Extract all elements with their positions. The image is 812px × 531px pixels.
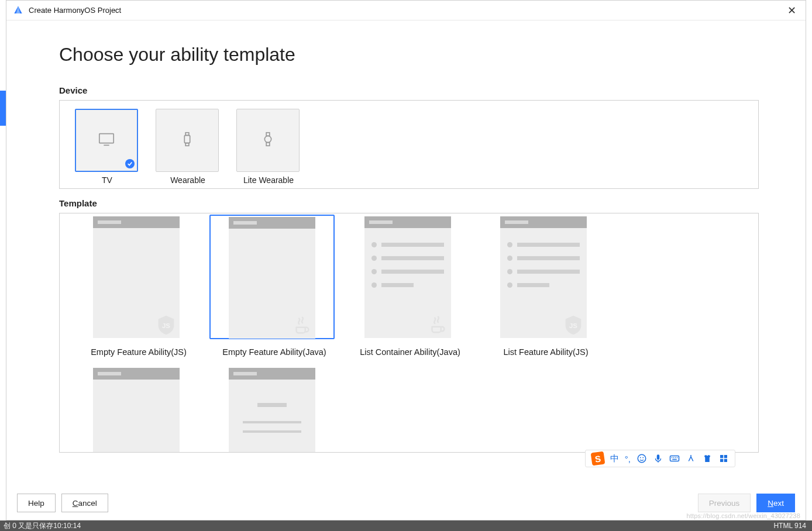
device-lite-wearable[interactable]: Lite Wearable bbox=[236, 109, 301, 185]
template-label: List Container Ability(Java) bbox=[345, 347, 475, 357]
lite-watch-icon bbox=[259, 130, 277, 150]
svg-rect-3 bbox=[185, 133, 189, 136]
previous-button: Previous bbox=[698, 494, 751, 512]
svg-rect-7 bbox=[266, 143, 270, 146]
watch-icon bbox=[178, 130, 196, 150]
svg-point-12 bbox=[642, 457, 644, 458]
cancel-button[interactable]: Cancel bbox=[61, 494, 108, 512]
svg-rect-15 bbox=[672, 457, 673, 458]
window-title: Create HarmonyOS Project bbox=[29, 6, 121, 15]
template-label: Empty Feature Ability(Java) bbox=[209, 347, 339, 357]
ime-emoji-icon[interactable] bbox=[636, 453, 647, 464]
template-grid[interactable]: JS Empty Feature Ability(JS) Empty Featu… bbox=[60, 213, 758, 452]
device-panel: TV Wearable Lite Wearable bbox=[59, 100, 759, 189]
svg-text:JS: JS bbox=[569, 322, 577, 329]
java-badge-icon bbox=[291, 314, 313, 336]
template-label: List Feature Ability(JS) bbox=[481, 347, 611, 357]
svg-point-5 bbox=[264, 136, 271, 142]
template-list-feature-js[interactable]: JS List Feature Ability(JS) bbox=[481, 215, 611, 357]
template-split-panel-java[interactable]: Split Panel Ability(Java) bbox=[74, 366, 204, 452]
svg-rect-2 bbox=[184, 135, 190, 143]
ime-grid-icon[interactable] bbox=[718, 453, 729, 464]
template-label: Empty Feature Ability(JS) bbox=[74, 347, 204, 357]
device-section-label: Device bbox=[59, 85, 759, 95]
svg-rect-19 bbox=[672, 459, 677, 460]
svg-point-11 bbox=[640, 457, 641, 458]
dialog-window: Create HarmonyOS Project ✕ Choose your a… bbox=[6, 0, 806, 520]
template-list-container-java[interactable]: List Container Ability(Java) bbox=[345, 215, 475, 357]
svg-rect-23 bbox=[724, 459, 727, 462]
svg-rect-14 bbox=[670, 456, 679, 461]
svg-rect-22 bbox=[720, 459, 723, 462]
svg-point-10 bbox=[638, 454, 646, 463]
sogou-icon[interactable]: S bbox=[590, 451, 605, 466]
device-label: TV bbox=[75, 175, 139, 185]
left-accent-strip bbox=[0, 91, 6, 126]
device-wearable[interactable]: Wearable bbox=[156, 109, 220, 185]
check-icon bbox=[125, 159, 135, 168]
ime-lang[interactable]: 中 bbox=[610, 453, 619, 464]
content-area: Choose your ability template Device TV bbox=[6, 20, 806, 486]
svg-text:JS: JS bbox=[162, 322, 170, 329]
app-logo-icon bbox=[12, 5, 24, 16]
ime-skin-icon[interactable] bbox=[702, 453, 713, 464]
ime-keyboard-icon[interactable] bbox=[669, 453, 680, 464]
watermark-text: https://blog.csdn.net/weixin_43027238 bbox=[686, 512, 800, 519]
ime-punct-icon[interactable]: °, bbox=[625, 454, 631, 464]
svg-rect-6 bbox=[266, 133, 270, 136]
svg-rect-18 bbox=[677, 457, 678, 458]
svg-rect-4 bbox=[185, 143, 189, 146]
ime-toolbar[interactable]: S 中 °, bbox=[585, 450, 735, 467]
js-badge-icon: JS bbox=[155, 313, 177, 336]
page-title: Choose your ability template bbox=[59, 44, 759, 65]
device-label: Wearable bbox=[156, 175, 220, 185]
status-right: HTML 914 bbox=[773, 522, 806, 530]
template-panel: JS Empty Feature Ability(JS) Empty Featu… bbox=[59, 213, 759, 453]
svg-rect-17 bbox=[675, 457, 676, 458]
device-tv[interactable]: TV bbox=[75, 109, 139, 185]
java-badge-icon bbox=[426, 313, 449, 336]
tv-icon bbox=[98, 130, 115, 150]
svg-rect-20 bbox=[720, 455, 723, 458]
svg-rect-13 bbox=[657, 454, 660, 460]
template-section-label: Template bbox=[59, 198, 759, 208]
svg-rect-0 bbox=[99, 134, 113, 143]
help-button[interactable]: Help bbox=[17, 494, 56, 512]
close-icon[interactable]: ✕ bbox=[784, 3, 800, 18]
title-bar: Create HarmonyOS Project ✕ bbox=[6, 1, 806, 20]
js-badge-icon: JS bbox=[562, 313, 584, 336]
svg-rect-21 bbox=[724, 455, 727, 458]
template-empty-java[interactable]: Empty Feature Ability(Java) bbox=[209, 215, 339, 357]
status-left: 创 0 又是只保存10:10:14 bbox=[4, 521, 81, 531]
dialog-footer: Help Cancel Previous Next bbox=[6, 486, 806, 520]
next-button[interactable]: Next bbox=[756, 494, 795, 512]
svg-rect-16 bbox=[673, 457, 675, 458]
ime-mic-icon[interactable] bbox=[653, 453, 663, 464]
template-extra[interactable] bbox=[209, 366, 339, 452]
ime-tool-icon[interactable] bbox=[686, 453, 696, 464]
device-label: Lite Wearable bbox=[236, 175, 301, 185]
status-bar: 创 0 又是只保存10:10:14 HTML 914 bbox=[0, 520, 812, 531]
template-empty-js[interactable]: JS Empty Feature Ability(JS) bbox=[74, 215, 204, 357]
